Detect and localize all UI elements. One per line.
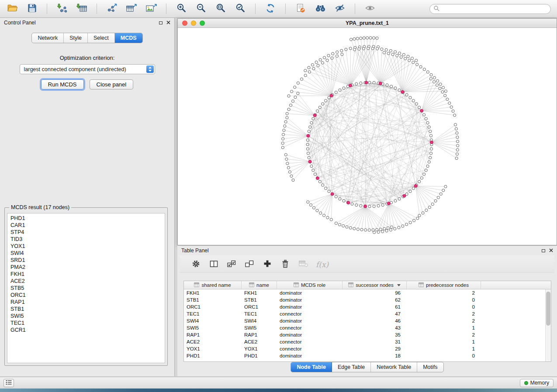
tab-mcds[interactable]: MCDS [115, 33, 142, 43]
criterion-dropdown[interactable]: largest connected component (undirected) [20, 64, 155, 74]
refresh-view-button[interactable] [263, 2, 278, 16]
table-cell[interactable]: SWI5 [242, 325, 277, 330]
mcds-result-item[interactable]: SWI5 [10, 313, 162, 320]
table-cell[interactable]: FKH1 [184, 290, 242, 296]
save-session-button[interactable] [24, 2, 40, 16]
tab-network-table[interactable]: Network Table [371, 362, 417, 372]
open-session-button[interactable] [4, 2, 20, 16]
table-cell[interactable]: connector [277, 346, 343, 351]
column-header-MCDS-role[interactable]: MCDS role [277, 281, 343, 289]
table-cell[interactable]: dominator [277, 290, 343, 296]
tab-style[interactable]: Style [64, 33, 88, 43]
traffic-light-maximize[interactable] [200, 21, 205, 26]
table-settings-gear-button[interactable] [190, 259, 201, 270]
table-cell[interactable]: ACE2 [184, 339, 242, 344]
table-row[interactable]: ORC1ORC1dominator610 [184, 303, 551, 310]
table-row[interactable]: RAP1RAP1dominator352 [184, 331, 551, 338]
network-graph[interactable] [178, 28, 557, 245]
create-column-button[interactable] [262, 259, 273, 270]
column-header-predecessor-nodes[interactable]: predecessor nodes [407, 281, 481, 289]
table-scrollbar[interactable] [545, 289, 551, 361]
table-cell[interactable]: 47 [343, 311, 407, 316]
network-canvas[interactable] [178, 28, 557, 245]
table-cell[interactable]: 2 [407, 311, 481, 316]
mcds-result-item[interactable]: FKH1 [10, 271, 162, 278]
zoom-fit-button[interactable] [213, 2, 228, 16]
table-cell[interactable]: 0 [407, 304, 481, 309]
table-cell[interactable]: PHD1 [242, 353, 277, 358]
table-cell[interactable]: 0 [407, 353, 481, 358]
table-cell[interactable]: YOX1 [242, 346, 277, 351]
share-document-button[interactable] [293, 2, 308, 16]
table-row[interactable]: PHD1PHD1dominator180 [184, 352, 551, 359]
mcds-result-item[interactable]: SRD1 [10, 257, 162, 264]
export-image-button[interactable] [143, 2, 159, 16]
table-cell[interactable]: 2 [407, 332, 481, 337]
run-mcds-button[interactable]: Run MCDS [41, 79, 84, 89]
mcds-result-item[interactable]: STB5 [10, 285, 162, 292]
table-cell[interactable]: 35 [343, 332, 407, 337]
tab-select[interactable]: Select [88, 33, 115, 43]
table-cell[interactable]: 29 [343, 346, 407, 351]
tab-edge-table[interactable]: Edge Table [332, 362, 371, 372]
table-row[interactable]: SWI5SWI5connector431 [184, 324, 551, 331]
hide-graphics-details-button[interactable] [332, 2, 348, 16]
zoom-selected-button[interactable] [232, 2, 248, 16]
mcds-result-item[interactable]: YOX1 [10, 243, 162, 250]
mcds-result-item[interactable]: TEC1 [10, 320, 162, 327]
table-cell[interactable]: 1 [407, 339, 481, 344]
table-cell[interactable]: 46 [343, 318, 407, 323]
table-cell[interactable]: 62 [343, 297, 407, 303]
table-cell[interactable]: 96 [343, 290, 407, 296]
table-cell[interactable]: RAP1 [184, 332, 242, 337]
mcds-result-item[interactable]: ACE2 [10, 278, 162, 285]
mcds-result-list[interactable]: PHD1CAR1STP4TID3YOX1SWI4SRD1PMA2FKH1ACE2… [7, 213, 165, 363]
table-cell[interactable]: 61 [343, 304, 407, 309]
traffic-light-minimize[interactable] [191, 21, 196, 26]
column-header-shared-name[interactable]: shared name [184, 281, 242, 289]
search-box[interactable] [429, 4, 551, 14]
close-panel-icon[interactable] [166, 20, 170, 26]
table-cell[interactable]: ORC1 [242, 304, 277, 309]
table-row[interactable]: FKH1FKH1dominator962 [184, 289, 551, 296]
import-network-button[interactable] [54, 2, 70, 16]
table-cell[interactable]: STB1 [184, 297, 242, 303]
table-cell[interactable]: 43 [343, 325, 407, 330]
table-scrollbar-thumb[interactable] [546, 292, 550, 326]
table-cell[interactable]: FKH1 [242, 290, 277, 296]
mcds-result-item[interactable]: GCR1 [10, 327, 162, 334]
table-cell[interactable]: PHD1 [184, 353, 242, 358]
table-row[interactable]: TEC1TEC1connector472 [184, 310, 551, 317]
table-cell[interactable]: connector [277, 325, 343, 330]
mcds-result-item[interactable]: RAP1 [10, 299, 162, 306]
tab-node-table[interactable]: Node Table [291, 362, 332, 372]
table-row[interactable]: STB1STB1dominator620 [184, 296, 551, 303]
table-row[interactable]: ACE2ACE2connector311 [184, 338, 551, 345]
table-cell[interactable]: SWI4 [242, 318, 277, 323]
table-cell[interactable]: 0 [407, 297, 481, 303]
table-cell[interactable]: connector [277, 311, 343, 316]
table-cell[interactable]: dominator [277, 304, 343, 309]
table-cell[interactable]: connector [277, 339, 343, 344]
mcds-result-item[interactable]: PHD1 [10, 215, 162, 222]
table-row[interactable]: YOX1YOX1connector291 [184, 345, 551, 352]
zoom-out-button[interactable] [193, 2, 209, 16]
show-columns-button[interactable] [208, 259, 219, 270]
table-cell[interactable]: 31 [343, 339, 407, 344]
table-cell[interactable]: YOX1 [184, 346, 242, 351]
mcds-result-item[interactable]: PMA2 [10, 264, 162, 271]
select-all-columns-button[interactable] [226, 259, 237, 270]
table-cell[interactable]: dominator [277, 353, 343, 358]
table-cell[interactable]: 18 [343, 353, 407, 358]
table-cell[interactable]: 2 [407, 290, 481, 296]
table-cell[interactable]: STB1 [242, 297, 277, 303]
mcds-result-item[interactable]: CAR1 [10, 222, 162, 229]
table-cell[interactable]: TEC1 [242, 311, 277, 316]
table-cell[interactable]: SWI4 [184, 318, 242, 323]
close-table-panel-icon[interactable] [549, 248, 553, 254]
mcds-result-item[interactable]: STP4 [10, 229, 162, 236]
mcds-result-item[interactable]: TID3 [10, 236, 162, 243]
table-cell[interactable]: 1 [407, 346, 481, 351]
export-network-button[interactable] [104, 2, 120, 16]
search-input[interactable] [442, 6, 547, 12]
